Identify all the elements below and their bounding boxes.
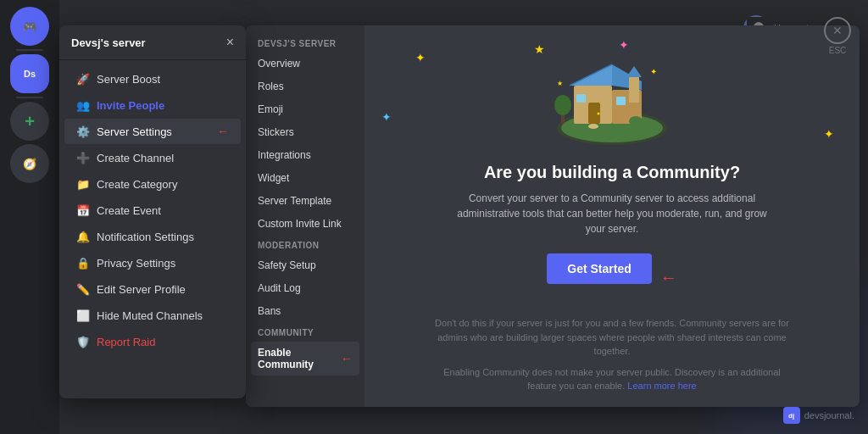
menu-label-edit-server-profile: Edit Server Profile: [97, 283, 186, 296]
settings-icon: ⚙️: [76, 125, 90, 138]
svg-rect-10: [616, 97, 626, 105]
notification-icon: 🔔: [76, 230, 90, 243]
community-note-1: Don't do this if your server is just for…: [434, 316, 790, 359]
esc-circle: ✕: [824, 17, 851, 44]
settings-section-moderation: MODERATION: [251, 236, 359, 253]
menu-item-server-settings[interactable]: ⚙️ Server Settings ←: [64, 119, 241, 144]
svg-marker-12: [626, 66, 642, 77]
community-note-2: Enabling Community does not make your se…: [434, 365, 790, 393]
context-menu: Devsj's server × 🚀 Server Boost 👥 Invite…: [59, 25, 246, 398]
settings-nav-widget[interactable]: Widget: [251, 167, 359, 189]
settings-nav-stickers[interactable]: Stickers: [251, 121, 359, 143]
learn-more-link[interactable]: Learn more here: [627, 381, 696, 391]
settings-content: ✦ ★ ✦ ✦ ✦: [364, 25, 860, 407]
svg-text:★: ★: [557, 80, 563, 87]
svg-point-15: [629, 116, 643, 126]
get-started-button[interactable]: Get Started: [547, 253, 651, 284]
svg-rect-11: [629, 77, 639, 103]
settings-nav-server-template[interactable]: Server Template: [251, 190, 359, 212]
watermark-text: devsjournal.: [804, 410, 854, 420]
menu-label-invite-people: Invite People: [97, 99, 164, 112]
menu-item-create-event[interactable]: 📅 Create Event: [64, 198, 241, 223]
menu-item-server-boost[interactable]: 🚀 Server Boost: [64, 66, 241, 92]
settings-section-server: DEVSJ'S SERVER: [251, 34, 359, 52]
menu-label-report-raid: Report Raid: [97, 336, 155, 348]
menu-label-create-category: Create Category: [97, 178, 177, 191]
settings-nav-enable-community[interactable]: Enable Community ←: [251, 342, 359, 376]
watermark-icon: dj: [783, 407, 800, 424]
svg-text:✦: ✦: [650, 67, 657, 76]
context-menu-header: Devsj's server ×: [59, 25, 246, 60]
settings-nav-overview[interactable]: Overview: [251, 53, 359, 75]
settings-nav: DEVSJ'S SERVER Overview Roles Emoji Stic…: [246, 25, 364, 407]
community-illustration: ✦ ★: [544, 39, 680, 149]
get-started-arrow: ←: [660, 268, 677, 287]
svg-point-8: [598, 113, 600, 115]
menu-item-hide-muted-channels[interactable]: ⬜ Hide Muted Channels: [64, 303, 241, 328]
menu-label-create-channel: Create Channel: [97, 152, 174, 164]
menu-label-server-settings: Server Settings: [97, 125, 172, 138]
server-divider-2: [16, 97, 43, 98]
privacy-icon: 🔒: [76, 256, 90, 270]
create-category-icon: 📁: [76, 177, 90, 191]
context-menu-list: 🚀 Server Boost 👥 Invite People ⚙️ Server…: [59, 60, 246, 396]
menu-label-create-event: Create Event: [97, 204, 161, 217]
svg-rect-9: [576, 94, 586, 103]
menu-item-privacy-settings[interactable]: 🔒 Privacy Settings: [64, 250, 241, 275]
menu-item-create-category[interactable]: 📁 Create Category: [64, 171, 241, 197]
create-channel-icon: ➕: [76, 151, 90, 164]
edit-profile-icon: ✏️: [76, 282, 90, 296]
add-server-button[interactable]: +: [10, 102, 49, 141]
settings-nav-safety-setup[interactable]: Safety Setup: [251, 254, 359, 276]
ds-server-icon[interactable]: Ds: [10, 54, 49, 93]
explore-button[interactable]: 🧭: [10, 144, 49, 183]
settings-panel: DEVSJ'S SERVER Overview Roles Emoji Stic…: [246, 25, 860, 407]
server-divider: [16, 49, 43, 51]
sparkle-blue: ✦: [381, 110, 392, 124]
watermark: dj devsjournal.: [783, 407, 854, 424]
menu-item-edit-server-profile[interactable]: ✏️ Edit Server Profile: [64, 276, 241, 302]
svg-point-16: [588, 124, 598, 129]
community-title: Are you building a Community?: [484, 163, 740, 182]
esc-button[interactable]: ✕ ESC: [824, 17, 851, 55]
settings-nav-custom-invite-link[interactable]: Custom Invite Link: [251, 213, 359, 235]
menu-label-server-boost: Server Boost: [97, 73, 160, 86]
community-description: Convert your server to a Community serve…: [451, 191, 773, 236]
settings-section-community: COMMUNITY: [251, 323, 359, 341]
sparkle-yellow-1: ✦: [415, 51, 426, 64]
menu-item-invite-people[interactable]: 👥 Invite People: [64, 92, 241, 118]
menu-item-create-channel[interactable]: ➕ Create Channel: [64, 145, 241, 170]
settings-nav-audit-log[interactable]: Audit Log: [251, 277, 359, 299]
svg-point-14: [554, 95, 571, 115]
menu-label-hide-muted-channels: Hide Muted Channels: [97, 309, 203, 322]
enable-community-arrow: ←: [341, 352, 353, 365]
menu-item-report-raid[interactable]: 🛡️ Report Raid: [64, 329, 241, 354]
discord-home-button[interactable]: 🎮: [10, 7, 49, 46]
sparkle-yellow-3: ✦: [824, 127, 834, 141]
menu-item-notification-settings[interactable]: 🔔 Notification Settings: [64, 224, 241, 249]
menu-label-notification-settings: Notification Settings: [97, 231, 194, 243]
esc-label: ESC: [829, 46, 847, 55]
settings-arrow: ←: [217, 125, 229, 138]
server-list: 🎮 Ds + 🧭: [0, 0, 59, 434]
close-button[interactable]: ×: [226, 36, 234, 49]
server-name: Devsj's server: [71, 36, 146, 49]
get-started-label: Get Started: [567, 262, 631, 275]
menu-label-privacy-settings: Privacy Settings: [97, 257, 175, 270]
boost-icon: 🚀: [76, 72, 90, 86]
settings-nav-bans[interactable]: Bans: [251, 300, 359, 322]
invite-icon: 👥: [76, 98, 90, 112]
report-raid-icon: 🛡️: [76, 335, 90, 348]
settings-nav-integrations[interactable]: Integrations: [251, 144, 359, 166]
settings-nav-roles[interactable]: Roles: [251, 75, 359, 97]
create-event-icon: 📅: [76, 203, 90, 217]
hide-muted-icon: ⬜: [76, 309, 90, 322]
settings-nav-emoji[interactable]: Emoji: [251, 98, 359, 120]
